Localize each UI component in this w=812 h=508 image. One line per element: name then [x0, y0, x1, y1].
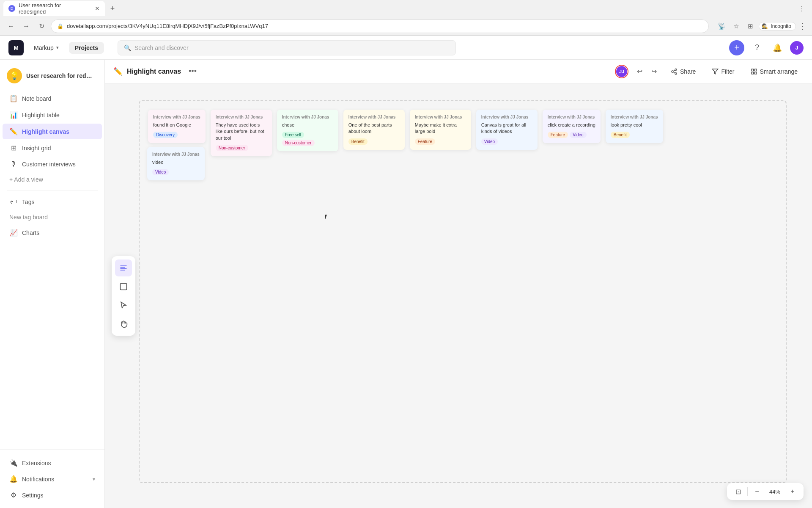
highlight-card-6[interactable]: Interview with JJ Jonas Canvas is great … — [476, 110, 538, 150]
tag-non-customer-3[interactable]: Non-customer — [282, 140, 315, 146]
tag-non-customer-2[interactable]: Non-customer — [216, 145, 248, 151]
toolbar-more-button[interactable]: ••• — [185, 65, 200, 77]
card-tags-3: Free sell Non-customer — [282, 132, 333, 146]
search-icon: 🔍 — [124, 44, 131, 51]
highlight-card-1[interactable]: Interview with JJ Jonas found it on Goog… — [148, 110, 206, 143]
card-header-1: Interview with JJ Jonas — [153, 115, 200, 119]
svg-point-1 — [672, 71, 673, 72]
content-toolbar: ✏️ Highlight canvas ••• JJ ↩ ↪ Share Fil… — [105, 60, 812, 83]
tag-feature-7[interactable]: Feature — [548, 132, 568, 138]
tag-benefit-8[interactable]: Benefit — [611, 132, 630, 138]
projects-button[interactable]: Projects — [69, 42, 104, 54]
notifications-bell-icon[interactable]: 🔔 — [770, 40, 785, 55]
insight-grid-icon: ⊞ — [9, 144, 18, 152]
smart-arrange-label: Smart arrange — [760, 68, 798, 75]
search-bar[interactable]: 🔍 Search and discover — [118, 40, 456, 55]
sidebar-item-insight-grid[interactable]: ⊞ Insight grid — [3, 140, 102, 156]
new-tab-button[interactable]: + — [107, 3, 118, 14]
zoom-fit-button[interactable]: ⊡ — [732, 486, 744, 497]
card-header-7: Interview with JJ Jonas — [548, 115, 595, 119]
bookmark-icon[interactable]: ☆ — [730, 20, 742, 32]
highlight-card-5[interactable]: Interview with JJ Jonas Maybe make it ex… — [410, 110, 471, 150]
tag-benefit-4[interactable]: Benefit — [348, 138, 368, 145]
card-tags-6: Video — [481, 138, 532, 145]
card-text-6: Canvas is great for all kinds of videos — [481, 122, 532, 135]
pointer-tool-button[interactable] — [115, 297, 132, 314]
extension-icon[interactable]: ⊞ — [744, 20, 756, 32]
sidebar-item-extensions[interactable]: 🔌 Extensions — [3, 455, 102, 471]
markup-chevron-icon: ▾ — [56, 45, 59, 50]
tag-video-7[interactable]: Video — [570, 132, 586, 138]
select-tool-button[interactable] — [115, 278, 132, 295]
help-button[interactable]: ? — [749, 40, 765, 55]
extensions-label: Extensions — [22, 460, 51, 467]
smart-arrange-button[interactable]: Smart arrange — [745, 66, 804, 77]
address-bar[interactable]: 🔒 dovetailapp.com/projects/3KV4yNUq11E8l… — [51, 19, 709, 33]
tag-video-6[interactable]: Video — [481, 138, 498, 145]
sidebar-item-highlight-table[interactable]: 📊 Highlight table — [3, 107, 102, 123]
highlight-card-4[interactable]: Interview with JJ Jonas One of the best … — [343, 110, 405, 150]
zoom-in-button[interactable]: + — [787, 486, 798, 497]
sidebar-item-highlight-canvas[interactable]: ✏️ Highlight canvas — [3, 124, 102, 139]
sidebar-item-settings[interactable]: ⚙ Settings — [3, 487, 102, 503]
hand-tool-button[interactable] — [115, 315, 132, 332]
canvas-area[interactable]: Interview with JJ Jonas found it on Goog… — [105, 83, 812, 508]
add-tag-board-button[interactable]: New tag board — [3, 210, 102, 224]
back-button[interactable]: ← — [5, 20, 17, 32]
incognito-badge: 🕵 Incognito — [759, 22, 796, 30]
tab-actions-button[interactable]: ⋮ — [798, 5, 809, 13]
card-text-7: click create a recording — [548, 122, 595, 128]
note-board-icon: 📋 — [9, 94, 18, 102]
settings-label: Settings — [22, 492, 44, 499]
search-container: 🔍 Search and discover — [118, 40, 456, 55]
sidebar-item-note-board[interactable]: 📋 Note board — [3, 91, 102, 106]
tags-label: Tags — [22, 199, 35, 205]
redo-button[interactable]: ↪ — [647, 65, 661, 78]
refresh-button[interactable]: ↻ — [36, 20, 47, 32]
new-tag-board-label: New tag board — [9, 214, 48, 221]
cast-icon[interactable]: 📡 — [716, 20, 727, 32]
markup-button[interactable]: Markup ▾ — [29, 42, 64, 54]
user-presence-avatar: JJ — [616, 66, 627, 77]
sidebar-item-charts[interactable]: 📈 Charts — [3, 225, 102, 240]
card-tags-8: Benefit — [611, 132, 658, 138]
sidebar-item-customer-interviews[interactable]: 🎙 Customer interviews — [3, 157, 102, 172]
tag-discovery-1[interactable]: Discovery — [153, 132, 178, 138]
svg-rect-6 — [752, 69, 754, 71]
highlight-card-2[interactable]: Interview with JJ Jonas They have used t… — [211, 110, 272, 156]
forward-button[interactable]: → — [20, 20, 32, 32]
main-content: ✏️ Highlight canvas ••• JJ ↩ ↪ Share Fil… — [105, 60, 812, 508]
browser-more-button[interactable]: ⋮ — [798, 21, 807, 31]
card-text-9: video — [152, 159, 200, 166]
sidebar-item-tags[interactable]: 🏷 Tags — [3, 194, 102, 210]
user-avatar-header[interactable]: J — [790, 41, 804, 55]
sidebar: 💡 User research for rede... 📋 Note board… — [0, 60, 105, 508]
tag-free-sell-3[interactable]: Free sell — [282, 132, 304, 138]
filter-button[interactable]: Filter — [706, 66, 740, 77]
share-button[interactable]: Share — [665, 66, 702, 77]
user-presence-circle: JJ — [615, 65, 628, 78]
text-tool-button[interactable] — [115, 260, 132, 276]
workspace-avatar[interactable]: M — [8, 40, 24, 55]
filter-label: Filter — [721, 68, 734, 75]
tag-video-9[interactable]: Video — [152, 169, 169, 175]
highlight-card-8[interactable]: Interview with JJ Jonas look pretty cool… — [606, 110, 663, 143]
tab-close-button[interactable]: ✕ — [95, 5, 100, 12]
share-label: Share — [680, 68, 696, 75]
highlight-card-9[interactable]: Interview with JJ Jonas video Video — [147, 147, 205, 180]
create-button[interactable]: + — [729, 40, 744, 55]
sidebar-item-notifications[interactable]: 🔔 Notifications ▾ — [3, 471, 102, 487]
add-view-button[interactable]: + Add a view — [3, 173, 102, 186]
tab-title: User research for redesigned — [19, 2, 90, 15]
card-header-4: Interview with JJ Jonas — [348, 115, 400, 119]
undo-button[interactable]: ↩ — [633, 65, 646, 78]
customer-interviews-icon: 🎙 — [9, 160, 18, 168]
incognito-label: Incognito — [771, 23, 791, 29]
tag-feature-5[interactable]: Feature — [415, 138, 435, 145]
highlight-card-7[interactable]: Interview with JJ Jonas click create a r… — [543, 110, 601, 143]
add-view-label: + Add a view — [9, 176, 43, 183]
highlight-card-3[interactable]: Interview with JJ Jonas chose Free sell … — [277, 110, 338, 151]
card-header-8: Interview with JJ Jonas — [611, 115, 658, 119]
zoom-out-button[interactable]: − — [751, 486, 763, 497]
active-tab[interactable]: D User research for redesigned ✕ — [3, 1, 105, 16]
